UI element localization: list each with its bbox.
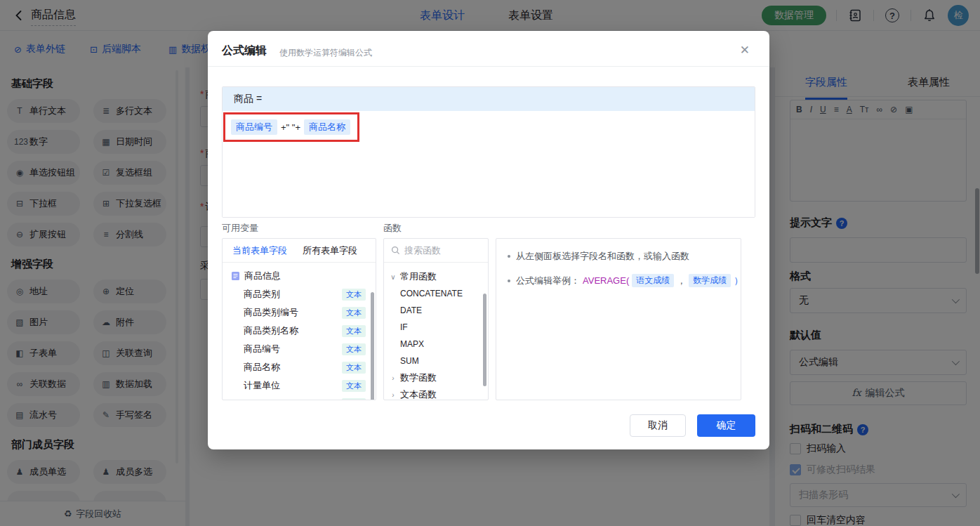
function-search-input[interactable] (404, 245, 475, 256)
functions-label: 函数 (383, 222, 402, 235)
formula-operator: +" "+ (281, 122, 300, 133)
formula-field-chip[interactable]: 商品名称 (304, 119, 350, 135)
function-group-common[interactable]: ∨ 常用函数 (384, 268, 488, 285)
variables-scrollbar[interactable] (371, 292, 374, 400)
field-type-badge: 文本 (342, 398, 366, 401)
variables-label: 可用变量 (222, 222, 258, 235)
formula-help-panel: 从左侧面板选择字段名和函数，或输入函数 公式编辑举例： AVERAGE( 语文成… (496, 238, 741, 400)
close-icon[interactable]: ✕ (740, 43, 750, 58)
field-type-badge: 文本 (342, 325, 366, 337)
group-label: 数学函数 (400, 372, 437, 384)
function-list: ∨ 常用函数 CONCATENATEDATEIFMAPXSUM ›数学函数›文本… (384, 263, 488, 400)
variables-panel: 当前表单字段 所有表单字段 商品信息 商品类别文本商品类别编号文本商品类别名称文… (222, 238, 376, 400)
formula-input-area[interactable]: 商品编号+" "+商品名称 (223, 111, 755, 218)
formula-editor-modal: 公式编辑 使用数学运算符编辑公式 ✕ 商品 = 商品编号+" "+商品名称 可用… (208, 31, 769, 449)
field-type-badge: 文本 (342, 307, 366, 319)
divider (208, 66, 769, 67)
modal-title: 公式编辑 (222, 44, 267, 58)
variable-name: 计量单位 (244, 379, 280, 392)
variables-tree: 商品信息 商品类别文本商品类别编号文本商品类别名称文本商品编号文本商品名称文本计… (223, 263, 376, 400)
variable-name: 商品编号 (244, 343, 280, 355)
function-item-concatenate[interactable]: CONCATENATE (384, 285, 488, 302)
bullet-icon (508, 280, 510, 282)
variable-field-row[interactable]: 文本 (223, 395, 376, 400)
variable-name: 商品名称 (244, 361, 280, 374)
help-example-prefix: 公式编辑举例： (516, 275, 580, 287)
field-type-badge: 文本 (342, 380, 366, 392)
tab-current-form-fields[interactable]: 当前表单字段 (232, 244, 287, 257)
app: 商品信息 表单设计 表单设置 数据管理 ? 检 ⊘ 表单外链 ⊡ 后 (0, 0, 980, 526)
variable-name: 商品类别编号 (244, 306, 298, 319)
bullet-icon (508, 255, 510, 258)
variable-field-row[interactable]: 商品名称文本 (223, 358, 376, 376)
chevron-down-icon: ∨ (390, 273, 397, 281)
help-text: 从左侧面板选择字段名和函数，或输入函数 (516, 250, 689, 263)
variable-field-row[interactable]: 商品类别名称文本 (223, 322, 376, 340)
field-type-badge: 文本 (342, 289, 366, 301)
help-line-2: 公式编辑举例： AVERAGE( 语文成绩 ， 数学成绩 ） (508, 274, 741, 287)
function-item-mapx[interactable]: MAPX (384, 336, 488, 353)
variable-name: 商品类别名称 (244, 324, 298, 337)
example-comma: ， (677, 275, 686, 287)
function-group[interactable]: ›数学函数 (384, 369, 488, 386)
variable-field-row[interactable]: 商品类别编号文本 (223, 303, 376, 322)
function-item-date[interactable]: DATE (384, 302, 488, 319)
chevron-right-icon: › (390, 374, 397, 382)
form-doc-icon (231, 271, 240, 281)
example-field-chip: 语文成绩 (632, 274, 674, 287)
chevron-right-icon: › (390, 391, 397, 399)
search-icon (391, 246, 400, 255)
group-label: 常用函数 (400, 270, 437, 283)
functions-scrollbar[interactable] (483, 294, 486, 386)
variable-field-row[interactable]: 计量单位文本 (223, 376, 376, 395)
function-search[interactable] (384, 239, 488, 263)
formula-field-chip[interactable]: 商品编号 (231, 119, 277, 135)
group-label: 文本函数 (400, 388, 437, 400)
variables-tabs: 当前表单字段 所有表单字段 (223, 239, 376, 263)
confirm-button[interactable]: 确定 (697, 414, 755, 437)
help-line-1: 从左侧面板选择字段名和函数，或输入函数 (508, 250, 741, 263)
formula-editor-box: 商品 = 商品编号+" "+商品名称 (222, 86, 755, 218)
function-group[interactable]: ›文本函数 (384, 386, 488, 400)
functions-panel: ∨ 常用函数 CONCATENATEDATEIFMAPXSUM ›数学函数›文本… (383, 238, 489, 400)
example-function-name: AVERAGE( (583, 275, 629, 286)
cancel-button[interactable]: 取消 (630, 414, 686, 437)
field-type-badge: 文本 (342, 362, 366, 374)
variable-field-row[interactable]: 商品编号文本 (223, 340, 376, 358)
form-group-node[interactable]: 商品信息 (223, 267, 376, 285)
tab-all-form-fields[interactable]: 所有表单字段 (303, 244, 357, 257)
variable-field-row[interactable]: 商品类别文本 (223, 285, 376, 303)
function-item-if[interactable]: IF (384, 319, 488, 336)
example-field-chip: 数学成绩 (689, 274, 731, 287)
group-label: 商品信息 (244, 270, 281, 282)
variable-name: 商品类别 (244, 288, 280, 301)
formula-target: 商品 = (223, 87, 755, 111)
field-type-badge: 文本 (342, 343, 366, 355)
example-close-paren: ） (734, 275, 741, 287)
function-item-sum[interactable]: SUM (384, 353, 488, 369)
modal-subtitle: 使用数学运算符编辑公式 (279, 47, 372, 59)
formula-highlight-box: 商品编号+" "+商品名称 (223, 112, 359, 142)
